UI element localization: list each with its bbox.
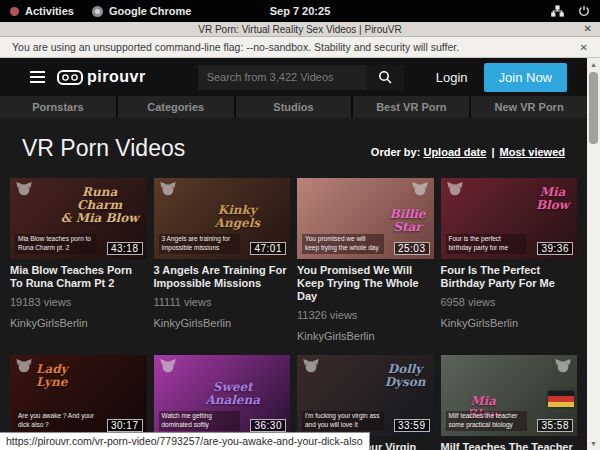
video-grid: Runa Charm & Mia Blow Mia Blow teaches p… bbox=[0, 178, 587, 450]
nav-item-pornstars[interactable]: Pornstars bbox=[0, 96, 116, 118]
video-views: 11326 views bbox=[297, 309, 434, 321]
video-studio-link[interactable]: KinkyGirlsBerlin bbox=[154, 317, 291, 329]
status-url-bubble: https://pirouvr.com/vr-porn-video/779325… bbox=[0, 432, 370, 450]
screen: Activities Google Chrome Sep 7 20:25 bbox=[0, 0, 600, 450]
video-views: 19183 views bbox=[10, 296, 147, 308]
browser-titlebar: VR Porn: Virtual Reality Sex Videos | Pi… bbox=[0, 22, 600, 37]
thumb-model-name: Sweet Analena bbox=[205, 381, 260, 407]
page-title: VR Porn Videos bbox=[22, 135, 185, 162]
thumb-model-name: Lady Lyne bbox=[36, 363, 68, 389]
main-nav: Pornstars Categories Studios Best VR Por… bbox=[0, 96, 587, 118]
thumb-model-name: Dolly Dyson bbox=[385, 363, 426, 389]
window-close-icon[interactable]: ✕ bbox=[584, 23, 592, 34]
order-by: Order by: Upload date | Most viewed bbox=[371, 146, 565, 158]
duration-badge: 35:58 bbox=[537, 419, 573, 432]
power-icon[interactable] bbox=[578, 5, 590, 17]
video-thumbnail[interactable]: Lady Lyne Are you awake ? And your dick … bbox=[10, 355, 147, 436]
scrollbar-up-icon[interactable]: ▲ bbox=[587, 58, 600, 71]
chrome-app-label: Google Chrome bbox=[109, 5, 192, 17]
search-input[interactable] bbox=[198, 65, 366, 90]
video-title[interactable]: 3 Angels Are Training For Impossible Mis… bbox=[154, 264, 291, 290]
thumb-caption: Are you awake ? And your dick also ? bbox=[15, 411, 97, 431]
nav-item-new-vr-porn[interactable]: New VR Porn bbox=[471, 96, 587, 118]
video-title[interactable]: You Promised We Will Keep Trying The Who… bbox=[297, 264, 434, 303]
search-bar bbox=[198, 65, 404, 90]
video-thumbnail[interactable]: Mia Blow Milf teaches the teacher some p… bbox=[441, 355, 578, 436]
network-icon[interactable] bbox=[551, 5, 564, 17]
video-title[interactable]: Milf Teaches The Teacher Some Practical … bbox=[441, 441, 578, 450]
video-studio-link[interactable]: KinkyGirlsBerlin bbox=[441, 317, 578, 329]
video-thumbnail[interactable]: Sweet Analena Watch me getting dominated… bbox=[154, 355, 291, 436]
order-separator: | bbox=[489, 146, 496, 158]
order-upload-date-link[interactable]: Upload date bbox=[423, 146, 486, 158]
scrollbar-down-icon[interactable]: ▼ bbox=[587, 437, 600, 450]
chrome-icon bbox=[92, 6, 103, 17]
browser-title: VR Porn: Virtual Reality Sex Videos | Pi… bbox=[198, 24, 401, 35]
studio-cat-icon bbox=[160, 359, 176, 373]
page-viewport: pirouvr Login Join Now Pornstars Categor… bbox=[0, 58, 587, 450]
order-most-viewed-link[interactable]: Most viewed bbox=[500, 146, 565, 158]
heading-row: VR Porn Videos Order by: Upload date | M… bbox=[0, 118, 587, 178]
thumb-caption: Four is the perfect birthday party for m… bbox=[446, 234, 528, 254]
video-thumbnail[interactable]: Kinky Angels 3 Angels are training for i… bbox=[154, 178, 291, 259]
login-link[interactable]: Login bbox=[436, 70, 468, 85]
video-title[interactable]: Mia Blow Teaches Porn To Runa Charm Pt 2 bbox=[10, 264, 147, 290]
join-now-button[interactable]: Join Now bbox=[484, 63, 567, 92]
site-header: pirouvr Login Join Now bbox=[0, 58, 587, 96]
video-thumbnail[interactable]: Mia Blow Four is the perfect birthday pa… bbox=[441, 178, 578, 259]
scrollbar-thumb[interactable] bbox=[589, 72, 598, 144]
thumb-model-name: Runa Charm & Mia Blow bbox=[61, 186, 139, 225]
video-card[interactable]: Mia Blow Milf teaches the teacher some p… bbox=[441, 355, 578, 450]
studio-cat-icon bbox=[412, 182, 428, 196]
infobar-close-icon[interactable]: ✕ bbox=[580, 42, 588, 53]
activities-indicator-icon bbox=[10, 7, 19, 16]
video-card[interactable]: Mia Blow Four is the perfect birthday pa… bbox=[441, 178, 578, 355]
studio-cat-icon bbox=[160, 182, 176, 196]
thumb-caption: Milf teaches the teacher some practical … bbox=[446, 411, 528, 431]
duration-badge: 43:18 bbox=[107, 242, 143, 255]
activities-label: Activities bbox=[25, 5, 74, 17]
video-thumbnail[interactable]: Runa Charm & Mia Blow Mia Blow teaches p… bbox=[10, 178, 147, 259]
duration-badge: 47:01 bbox=[250, 242, 286, 255]
thumb-caption: 3 Angels are training for impossible mis… bbox=[159, 234, 241, 254]
thumb-model-name: Billie Star bbox=[389, 208, 425, 234]
studio-cat-icon bbox=[303, 359, 319, 373]
site-logo-text: pirouvr bbox=[87, 68, 146, 86]
studio-cat-icon bbox=[555, 359, 571, 373]
video-thumbnail[interactable]: Billie Star You promised we will keep tr… bbox=[297, 178, 434, 259]
video-views: 6958 views bbox=[441, 296, 578, 308]
search-button[interactable] bbox=[366, 65, 404, 90]
studio-cat-icon bbox=[16, 359, 32, 373]
search-icon bbox=[378, 70, 392, 84]
activities-button[interactable]: Activities bbox=[10, 5, 74, 17]
page-scrollbar[interactable]: ▲ ▼ bbox=[587, 58, 600, 450]
nav-item-best-vr-porn[interactable]: Best VR Porn bbox=[353, 96, 469, 118]
video-studio-link[interactable]: KinkyGirlsBerlin bbox=[297, 330, 434, 342]
hamburger-menu-icon[interactable] bbox=[30, 71, 45, 83]
duration-badge: 39:36 bbox=[537, 242, 573, 255]
video-card[interactable]: Kinky Angels 3 Angels are training for i… bbox=[154, 178, 291, 355]
german-flag bbox=[548, 391, 574, 407]
thumb-caption: You promised we will keep trying the who… bbox=[302, 234, 384, 254]
thumb-caption: I'm fucking your virgin ass and you will… bbox=[302, 411, 384, 431]
nav-item-studios[interactable]: Studios bbox=[236, 96, 352, 118]
studio-cat-icon bbox=[447, 182, 463, 196]
nav-item-categories[interactable]: Categories bbox=[118, 96, 234, 118]
video-views: 11111 views bbox=[154, 296, 291, 308]
infobar-message: You are using an unsupported command-lin… bbox=[12, 41, 459, 53]
video-studio-link[interactable]: KinkyGirlsBerlin bbox=[10, 317, 147, 329]
chrome-app-menu[interactable]: Google Chrome bbox=[92, 5, 192, 17]
studio-cat-icon bbox=[16, 182, 32, 196]
thumb-caption: Mia Blow teaches porn to Runa Charm pt. … bbox=[15, 234, 97, 254]
video-title[interactable]: Four Is The Perfect Birthday Party For M… bbox=[441, 264, 578, 290]
duration-badge: 33:59 bbox=[394, 419, 430, 432]
chrome-infobar: You are using an unsupported command-lin… bbox=[0, 37, 600, 58]
site-logo[interactable]: pirouvr bbox=[57, 68, 146, 86]
video-thumbnail[interactable]: Dolly Dyson I'm fucking your virgin ass … bbox=[297, 355, 434, 436]
video-card[interactable]: Billie Star You promised we will keep tr… bbox=[297, 178, 434, 355]
os-taskbar: Activities Google Chrome Sep 7 20:25 bbox=[0, 0, 600, 22]
thumb-model-name: Kinky Angels bbox=[215, 204, 260, 230]
video-card[interactable]: Runa Charm & Mia Blow Mia Blow teaches p… bbox=[10, 178, 147, 355]
order-by-label: Order by: bbox=[371, 146, 421, 158]
thumb-model-name: Mia Blow bbox=[536, 186, 569, 212]
